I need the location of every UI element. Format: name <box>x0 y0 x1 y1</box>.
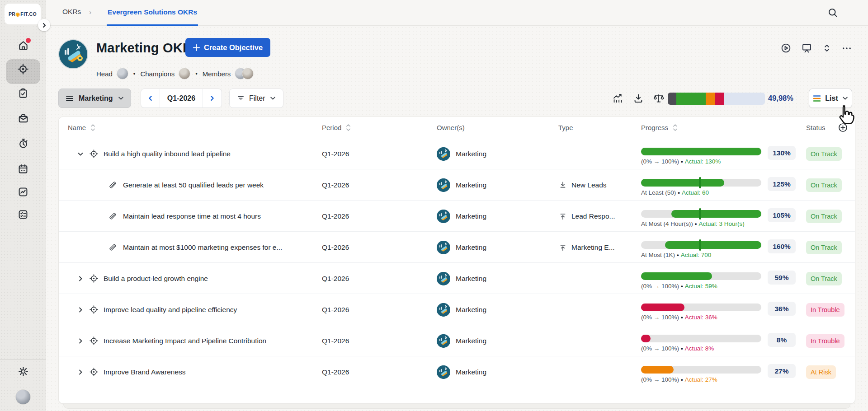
progress-value-badge: 125% <box>768 177 796 191</box>
sidebar-item-settings[interactable] <box>0 366 46 377</box>
sort-icon[interactable] <box>346 124 351 131</box>
table-row[interactable]: Build a product-led growth engine Q1-202… <box>59 263 855 294</box>
owner-cell: Marketing <box>434 334 555 348</box>
team-meta-row: Head • Champions • Members <box>96 68 254 79</box>
progress-segment <box>706 93 716 105</box>
team-selector-dropdown[interactable]: Marketing <box>58 89 131 108</box>
members-label: Members <box>203 70 231 78</box>
name-cell: Build a product-led growth engine <box>59 274 319 283</box>
table-row[interactable]: Build a high quality inbound lead pipeli… <box>59 138 855 169</box>
sidebar-item-calendar[interactable] <box>0 163 46 174</box>
create-objective-button[interactable]: Create Objective <box>185 38 270 57</box>
progress-value-badge: 105% <box>768 208 796 222</box>
marketing-owner-avatar[interactable] <box>437 334 450 348</box>
sidebar-item-performance-chart[interactable] <box>0 187 46 197</box>
filter-button[interactable]: Filter <box>229 89 283 108</box>
chevron-right-icon[interactable] <box>77 275 84 282</box>
column-header-owners[interactable]: Owner(s) <box>434 124 555 131</box>
breadcrumb-okrs[interactable]: OKRs <box>62 8 81 16</box>
type-cell: Marketing E... <box>555 243 638 252</box>
column-label: Name <box>68 124 86 131</box>
period-prev-button[interactable] <box>141 89 160 107</box>
table-row[interactable]: Maintain at most $1000 marketing expense… <box>59 232 855 263</box>
meta-separator: • <box>194 70 198 77</box>
okr-name-link[interactable]: Increase Marketing Impact and Pipeline C… <box>104 337 266 345</box>
column-header-progress[interactable]: Progress <box>638 124 803 131</box>
chevron-right-icon[interactable] <box>77 306 84 313</box>
period-next-button[interactable] <box>203 89 222 107</box>
sidebar-item-checklist[interactable] <box>0 209 46 220</box>
sidebar: PR◉FIT.CO <box>0 0 46 411</box>
add-column-button[interactable] <box>838 122 848 133</box>
create-objective-label: Create Objective <box>204 43 263 52</box>
sidebar-item-briefcase[interactable] <box>0 113 46 124</box>
tab-evergreen-solutions-okrs[interactable]: Evergreen Solutions OKRs <box>107 0 198 26</box>
progress-segment <box>715 93 724 105</box>
okr-name-link[interactable]: Maintain at most $1000 marketing expense… <box>123 243 282 252</box>
actual-value: Actual: 3 Hour(s) <box>699 220 745 227</box>
view-list-dropdown[interactable]: List <box>809 89 852 108</box>
sidebar-item-timer[interactable] <box>0 138 46 149</box>
column-header-type[interactable]: Type <box>555 124 638 131</box>
members-avatars[interactable] <box>235 68 254 79</box>
more-ellipsis-icon[interactable] <box>841 42 852 54</box>
play-circle-icon[interactable] <box>780 42 792 54</box>
okr-name-link[interactable]: Maintain lead response time at most 4 ho… <box>123 212 261 220</box>
okr-name-link[interactable]: Improve Brand Awareness <box>104 368 186 376</box>
champion-avatar[interactable] <box>179 68 190 79</box>
table-row[interactable]: Generate at least 50 qualified leads per… <box>59 169 855 201</box>
search-icon[interactable] <box>827 7 838 18</box>
head-avatar[interactable] <box>117 68 128 79</box>
sidebar-item-home[interactable] <box>0 40 46 51</box>
page-title: Marketing OKRs <box>96 41 199 56</box>
progress-detail: (0% → 100%)•Actual: 36% <box>641 314 717 321</box>
table-row[interactable]: Increase Marketing Impact and Pipeline C… <box>59 325 855 356</box>
okr-name-link[interactable]: Build a high quality inbound lead pipeli… <box>104 150 231 158</box>
marketing-owner-avatar[interactable] <box>437 178 450 192</box>
marketing-owner-avatar[interactable] <box>437 303 450 317</box>
presentation-icon[interactable] <box>801 42 812 54</box>
download-icon[interactable] <box>633 93 644 104</box>
plus-icon <box>193 44 200 51</box>
okr-name-link[interactable]: Generate at least 50 qualified leads per… <box>123 181 264 189</box>
column-header-name[interactable]: Name <box>59 124 319 131</box>
chevron-down-icon <box>270 95 276 101</box>
chevron-right-icon[interactable] <box>77 369 84 376</box>
actual-value: Actual: 8% <box>685 345 714 352</box>
table-row[interactable]: Maintain lead response time at most 4 ho… <box>59 201 855 232</box>
chevron-right-icon[interactable] <box>77 337 84 345</box>
period-cell: Q1-2026 <box>319 275 434 283</box>
progress-cell: 130% (0% → 100%)•Actual: 130% <box>638 138 803 169</box>
marketing-owner-avatar[interactable] <box>437 147 450 161</box>
marketing-owner-avatar[interactable] <box>437 365 450 379</box>
marketing-owner-avatar[interactable] <box>437 241 450 254</box>
okr-name-link[interactable]: Build a product-led growth engine <box>104 275 208 283</box>
sidebar-item-tasks-clipboard[interactable] <box>0 88 46 99</box>
profit-co-logo[interactable]: PR◉FIT.CO <box>5 4 41 24</box>
table-row[interactable]: Improve lead quality and pipeline effici… <box>59 294 855 325</box>
column-header-period[interactable]: Period <box>319 124 434 131</box>
marketing-owner-avatar[interactable] <box>437 210 450 223</box>
owner-name: Marketing <box>456 368 486 376</box>
okr-name-link[interactable]: Improve lead quality and pipeline effici… <box>104 306 237 314</box>
trend-chart-icon[interactable] <box>613 93 624 104</box>
progress-value-badge: 160% <box>768 239 796 253</box>
app-window: PR◉FIT.CO OKRs › Evergreen Solutions OKR… <box>0 0 868 411</box>
table-row[interactable]: Improve Brand Awareness Q1-2026 Marketin… <box>59 356 855 388</box>
status-cell: In Trouble <box>803 334 855 348</box>
compare-scale-icon[interactable] <box>652 93 665 104</box>
actual-value: Actual: 60 <box>682 189 709 196</box>
progress-cell: 8% (0% → 100%)•Actual: 8% <box>638 325 803 356</box>
key-result-ruler-icon <box>108 212 117 220</box>
meta-separator: • <box>132 70 137 77</box>
notifications-bell-icon[interactable] <box>844 7 868 19</box>
sort-icon[interactable] <box>90 124 95 131</box>
marketing-owner-avatar[interactable] <box>437 272 450 285</box>
sidebar-user-avatar[interactable] <box>0 389 46 405</box>
sort-icon[interactable] <box>673 124 678 131</box>
sidebar-expand-button[interactable] <box>38 19 50 31</box>
sidebar-item-okr-target[interactable] <box>0 63 46 75</box>
expand-vertical-icon[interactable] <box>822 42 832 54</box>
chevron-down-icon[interactable] <box>77 150 84 158</box>
progress-cell: 105% At Most (4 Hour(s))•Actual: 3 Hour(… <box>638 201 803 232</box>
